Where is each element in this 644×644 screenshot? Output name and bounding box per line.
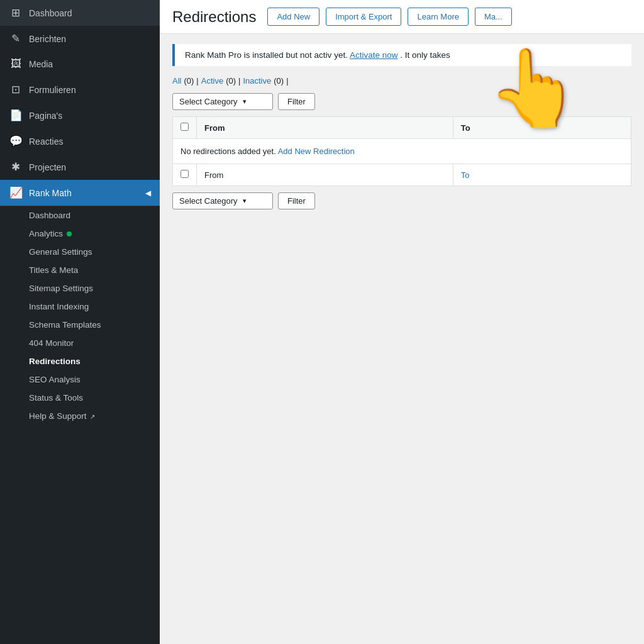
add-new-redirection-link[interactable]: Add New Redirection xyxy=(278,147,355,156)
paginas-icon: 📄 xyxy=(9,109,23,122)
col-checkbox xyxy=(173,117,197,139)
sub-item-redirections[interactable]: Redirections xyxy=(0,352,160,370)
col-to-header: To xyxy=(453,117,631,139)
sub-item-seo-analysis[interactable]: SEO Analysis xyxy=(0,370,160,389)
select-category-bottom[interactable]: Select Category ▾ xyxy=(172,192,273,209)
learn-more-button[interactable]: Learn More xyxy=(408,8,468,26)
select-category-top[interactable]: Select Category ▾ xyxy=(172,93,273,110)
filter-button-bottom[interactable]: Filter xyxy=(278,192,315,209)
footer-checkbox-cell xyxy=(173,164,197,186)
formulieren-icon: ⊡ xyxy=(9,83,23,96)
external-link-icon: ↗ xyxy=(90,413,95,420)
filter-row-bottom: Select Category ▾ Filter xyxy=(172,192,631,209)
sub-item-dashboard[interactable]: Dashboard xyxy=(0,206,160,225)
tab-active[interactable]: Active xyxy=(201,76,223,86)
redirections-table: From To No redirections added yet. Add N… xyxy=(172,116,631,186)
analytics-dot xyxy=(67,231,72,236)
sub-item-schema-templates[interactable]: Schema Templates xyxy=(0,316,160,334)
footer-from-cell: From xyxy=(197,164,453,186)
sub-item-404-monitor[interactable]: 404 Monitor xyxy=(0,334,160,352)
sidebar-item-formulieren[interactable]: ⊡ Formulieren xyxy=(0,77,160,103)
no-redir-cell: No redirections added yet. Add New Redir… xyxy=(173,139,631,164)
rank-math-icon: 📈 xyxy=(9,186,23,199)
media-icon: 🖼 xyxy=(9,58,23,70)
sidebar-item-rank-math[interactable]: 📈 Rank Math ◀ xyxy=(0,180,160,206)
table-footer-row: From To xyxy=(173,164,631,186)
sub-item-status-tools[interactable]: Status & Tools xyxy=(0,389,160,407)
redirections-content: All (0) | Active (0) | Inactive (0) | Se… xyxy=(160,66,644,644)
dashboard-icon: ⊞ xyxy=(9,6,23,19)
sidebar-arrow: ◀ xyxy=(145,189,151,197)
filter-row-top: Select Category ▾ Filter xyxy=(172,93,631,110)
sidebar-item-reacties[interactable]: 💬 Reacties xyxy=(0,128,160,154)
manage-button[interactable]: Ma... xyxy=(475,8,512,26)
top-bar: Redirections Add New Import & Export Lea… xyxy=(160,0,644,34)
chevron-down-icon: ▾ xyxy=(243,97,247,106)
filter-button-top[interactable]: Filter xyxy=(278,93,315,110)
sub-item-analytics[interactable]: Analytics xyxy=(0,225,160,243)
pro-notice: Rank Math Pro is installed but not activ… xyxy=(172,44,631,66)
reacties-icon: 💬 xyxy=(9,135,23,148)
tab-all[interactable]: All xyxy=(172,76,181,86)
no-redirections-row: No redirections added yet. Add New Redir… xyxy=(173,139,631,164)
sidebar-item-paginas[interactable]: 📄 Pagina's xyxy=(0,103,160,128)
add-new-button[interactable]: Add New xyxy=(267,8,319,26)
main-content: Redirections Add New Import & Export Lea… xyxy=(160,0,644,644)
sidebar: ⊞ Dashboard ✎ Berichten 🖼 Media ⊡ Formul… xyxy=(0,0,160,644)
select-all-checkbox[interactable] xyxy=(180,123,189,131)
footer-to-cell: To xyxy=(453,164,631,186)
projecten-icon: ✱ xyxy=(9,160,23,174)
sub-item-help-support[interactable]: Help & Support ↗ xyxy=(0,407,160,425)
sub-item-titles-meta[interactable]: Titles & Meta xyxy=(0,261,160,279)
footer-select-all-checkbox[interactable] xyxy=(180,170,189,178)
rank-math-submenu: Dashboard Analytics General Settings Tit… xyxy=(0,206,160,430)
table-header-row: From To xyxy=(173,117,631,139)
sidebar-item-projecten[interactable]: ✱ Projecten xyxy=(0,154,160,180)
sidebar-item-media[interactable]: 🖼 Media xyxy=(0,52,160,77)
sub-item-instant-indexing[interactable]: Instant Indexing xyxy=(0,297,160,316)
sub-item-sitemap-settings[interactable]: Sitemap Settings xyxy=(0,279,160,297)
tab-inactive[interactable]: Inactive xyxy=(243,76,271,86)
col-from-header: From xyxy=(197,117,453,139)
sidebar-item-berichten[interactable]: ✎ Berichten xyxy=(0,26,160,52)
berichten-icon: ✎ xyxy=(9,32,23,45)
import-export-button[interactable]: Import & Export xyxy=(326,8,401,26)
sub-item-general-settings[interactable]: General Settings xyxy=(0,243,160,261)
status-tabs: All (0) | Active (0) | Inactive (0) | xyxy=(172,76,631,86)
activate-now-link[interactable]: Activate now xyxy=(350,50,398,60)
sidebar-item-dashboard[interactable]: ⊞ Dashboard xyxy=(0,0,160,26)
page-title: Redirections xyxy=(172,8,256,26)
chevron-down-icon-bottom: ▾ xyxy=(243,197,247,205)
